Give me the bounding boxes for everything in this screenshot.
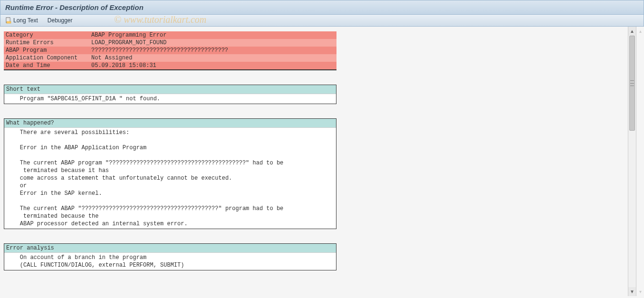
- info-label: Date and Time: [4, 62, 89, 70]
- section-line: On account of a branch in the program: [6, 254, 334, 261]
- section-header: What happened?: [4, 119, 336, 128]
- debugger-button[interactable]: Debugger: [48, 17, 73, 24]
- document-icon: [5, 17, 12, 24]
- section-line: The current ABAP "??????????????????????…: [6, 205, 334, 212]
- toolbar: Long Text Debugger: [0, 15, 644, 27]
- info-value: Not Assigned: [89, 54, 336, 62]
- section-line: or: [6, 182, 334, 190]
- long-text-label: Long Text: [13, 17, 38, 24]
- info-value: ABAP Programming Error: [89, 31, 336, 39]
- info-value: LOAD_PROGRAM_NOT_FOUND: [89, 39, 336, 47]
- section-box: Short text Program "SAPBC415_OFFINT_D1A …: [4, 85, 336, 104]
- scroll-up-arrow-icon[interactable]: ▲: [629, 28, 636, 35]
- info-row: Runtime ErrorsLOAD_PROGRAM_NOT_FOUND: [4, 39, 336, 47]
- section-line: [6, 197, 334, 205]
- debugger-label: Debugger: [48, 17, 73, 24]
- content-area: CategoryABAP Programming ErrorRuntime Er…: [0, 27, 644, 296]
- section-header: Short text: [4, 85, 336, 94]
- error-info-table: CategoryABAP Programming ErrorRuntime Er…: [4, 31, 336, 70]
- section-line: (CALL FUNCTION/DIALOG, external PERFORM,…: [6, 261, 334, 269]
- section-line: terminated because it has: [6, 167, 334, 174]
- section-body: Program "SAPBC415_OFFINT_D1A " not found…: [4, 94, 336, 104]
- info-row: Application ComponentNot Assigned: [4, 54, 336, 62]
- section-line: Error in the ABAP Application Program: [6, 144, 334, 152]
- info-label: Runtime Errors: [4, 39, 89, 47]
- section-line: Program "SAPBC415_OFFINT_D1A " not found…: [6, 95, 334, 103]
- section-body: On account of a branch in the program (C…: [4, 253, 336, 270]
- page-title: Runtime Error - Description of Exception: [5, 3, 144, 11]
- scroll-thumb[interactable]: [629, 36, 635, 131]
- section-body: There are several possibilities: Error i…: [4, 128, 336, 229]
- section-box: Error analysis On account of a branch in…: [4, 243, 336, 270]
- info-row: Date and Time05.09.2018 15:08:31: [4, 62, 336, 70]
- scroll-up-arrow-icon[interactable]: ▴: [637, 28, 644, 35]
- info-value: ????????????????????????????????????????: [89, 47, 336, 54]
- section-line: [6, 152, 334, 159]
- info-label: Application Component: [4, 54, 89, 62]
- scroll-down-arrow-icon[interactable]: ▼: [629, 288, 636, 295]
- section-line: Error in the SAP kernel.: [6, 190, 334, 197]
- inner-scrollbar[interactable]: ▲ ▼: [628, 27, 636, 296]
- section-line: The current ABAP program "??????????????…: [6, 159, 334, 167]
- section-line: There are several possibilities:: [6, 129, 334, 136]
- info-row: ABAP Program????????????????????????????…: [4, 47, 336, 54]
- info-value: 05.09.2018 15:08:31: [89, 62, 336, 70]
- info-label: ABAP Program: [4, 47, 89, 54]
- section-box: What happened? There are several possibi…: [4, 118, 336, 229]
- title-bar: Runtime Error - Description of Exception: [0, 0, 644, 15]
- section-header: Error analysis: [4, 244, 336, 253]
- info-label: Category: [4, 31, 89, 39]
- section-line: ABAP processor detected an internal syst…: [6, 220, 334, 228]
- svg-rect-1: [7, 21, 11, 23]
- section-line: terminated because the: [6, 212, 334, 220]
- scroll-track[interactable]: [628, 36, 636, 287]
- main-content: CategoryABAP Programming ErrorRuntime Er…: [0, 27, 628, 296]
- long-text-button[interactable]: Long Text: [5, 17, 38, 24]
- section-line: [6, 136, 334, 144]
- outer-scrollbar[interactable]: ▴ ▾: [636, 27, 644, 296]
- info-row: CategoryABAP Programming Error: [4, 31, 336, 39]
- scroll-down-arrow-icon[interactable]: ▾: [637, 288, 644, 295]
- section-line: come across a statement that unfortunate…: [6, 174, 334, 182]
